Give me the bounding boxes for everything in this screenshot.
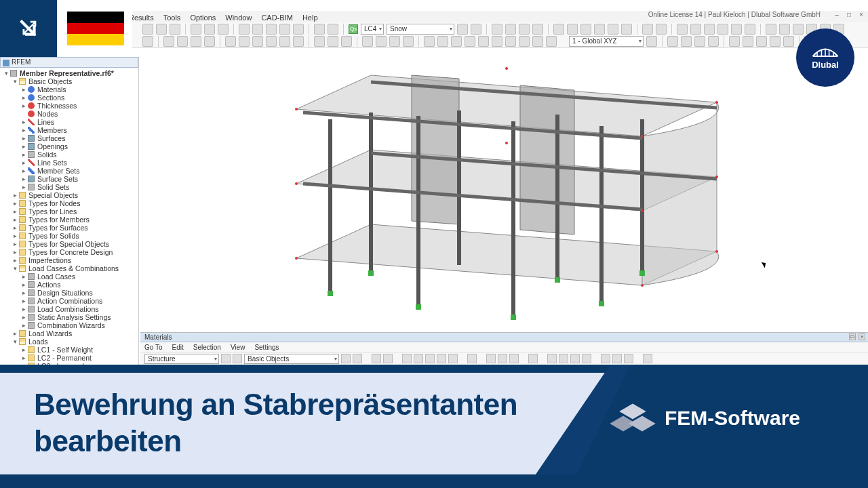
tb-btn[interactable] bbox=[766, 24, 776, 35]
tree-item[interactable]: ▸Types for Nodes bbox=[3, 199, 136, 207]
tb-btn[interactable] bbox=[239, 24, 250, 35]
tree-item[interactable]: ▸Load Combinations bbox=[3, 305, 136, 313]
loadcase-name-select[interactable]: Snow bbox=[387, 24, 454, 35]
panel-close-icon[interactable]: × bbox=[859, 333, 865, 340]
tree-item[interactable]: ▸Members bbox=[3, 126, 136, 134]
tree-item[interactable]: ▸Line Sets bbox=[3, 159, 136, 167]
tb-btn[interactable] bbox=[729, 36, 740, 47]
tree-item[interactable]: ▸Solid Sets bbox=[3, 183, 136, 191]
tb-btn[interactable] bbox=[142, 24, 153, 35]
tb-btn[interactable] bbox=[570, 354, 580, 363]
tb-btn[interactable] bbox=[314, 36, 325, 47]
tb-btn[interactable] bbox=[383, 354, 393, 363]
tb-btn[interactable] bbox=[403, 36, 414, 47]
tb-btn[interactable] bbox=[745, 24, 755, 35]
tb-btn[interactable] bbox=[793, 24, 804, 35]
tb-btn[interactable] bbox=[553, 24, 564, 35]
tb-btn[interactable] bbox=[478, 36, 489, 47]
tb-btn[interactable] bbox=[425, 354, 435, 363]
tree-item[interactable]: ▸Load Wizards bbox=[3, 329, 136, 338]
tb-btn[interactable] bbox=[756, 36, 767, 47]
tree-item[interactable]: ▸LC2 - Permanent bbox=[3, 354, 136, 362]
cat-next[interactable] bbox=[353, 354, 362, 363]
tb-btn[interactable] bbox=[204, 36, 215, 47]
tb-btn[interactable] bbox=[328, 36, 338, 47]
tree-item[interactable]: ▸Types for Concrete Design bbox=[3, 248, 136, 256]
tb-btn[interactable] bbox=[191, 24, 201, 35]
coord-system-select[interactable]: 1 - Global XYZ bbox=[569, 36, 644, 47]
panel-view[interactable]: View bbox=[231, 344, 245, 351]
tb-btn[interactable] bbox=[731, 24, 742, 35]
tb-btn[interactable] bbox=[252, 24, 263, 35]
menu-options[interactable]: Options bbox=[190, 14, 216, 22]
tb-btn[interactable] bbox=[293, 24, 304, 35]
tb-btn[interactable] bbox=[646, 36, 657, 47]
tree-item[interactable]: ▾Basic Objects bbox=[3, 77, 136, 85]
tb-btn[interactable] bbox=[437, 36, 448, 47]
tb-btn[interactable] bbox=[279, 24, 290, 35]
tb-btn[interactable] bbox=[465, 36, 475, 47]
tree-item[interactable]: ▸Types for Solids bbox=[3, 232, 136, 240]
tb-btn[interactable] bbox=[252, 36, 263, 47]
tb-btn[interactable] bbox=[389, 36, 400, 47]
tb-btn[interactable] bbox=[656, 24, 667, 35]
tb-btn[interactable] bbox=[667, 36, 678, 47]
tb-btn[interactable] bbox=[505, 24, 516, 35]
tb-btn[interactable] bbox=[486, 354, 496, 363]
tree-item[interactable]: ▸Openings bbox=[3, 142, 136, 150]
tb-btn[interactable] bbox=[532, 36, 543, 47]
tb-btn[interactable] bbox=[191, 36, 201, 47]
tb-btn[interactable] bbox=[681, 36, 692, 47]
tb-btn[interactable] bbox=[779, 24, 790, 35]
tb-btn[interactable] bbox=[314, 24, 325, 35]
tb-btn[interactable] bbox=[293, 36, 304, 47]
tb-btn[interactable] bbox=[528, 354, 538, 363]
close-button[interactable]: × bbox=[857, 11, 865, 18]
nav-next[interactable] bbox=[233, 354, 242, 363]
tb-btn[interactable] bbox=[239, 36, 250, 47]
tb-btn[interactable] bbox=[532, 24, 543, 35]
tree-item[interactable]: ▸Load Cases bbox=[3, 272, 136, 281]
tree-item[interactable]: ▸Member Sets bbox=[3, 167, 136, 175]
tree-item[interactable]: ▾Member Representative.rf6* bbox=[3, 69, 136, 77]
tb-btn[interactable] bbox=[341, 36, 352, 47]
structure-select[interactable]: Structure bbox=[144, 354, 219, 364]
tb-btn[interactable] bbox=[546, 36, 557, 47]
tree-item[interactable]: ▸Static Analysis Settings bbox=[3, 313, 136, 321]
tb-btn[interactable] bbox=[594, 24, 605, 35]
tb-btn[interactable] bbox=[505, 36, 516, 47]
tree-item[interactable]: ▸Types for Surfaces bbox=[3, 224, 136, 232]
tb-btn[interactable] bbox=[451, 36, 462, 47]
nav-prev[interactable] bbox=[221, 354, 231, 363]
tb-btn[interactable] bbox=[156, 24, 167, 35]
tb-btn[interactable] bbox=[498, 354, 507, 363]
tb-prev[interactable] bbox=[457, 24, 468, 35]
tb-btn[interactable] bbox=[362, 36, 373, 47]
tb-btn[interactable] bbox=[225, 36, 236, 47]
tb-next[interactable] bbox=[471, 24, 481, 35]
tree-item[interactable]: ▸Lines bbox=[3, 118, 136, 126]
model-3d-view[interactable] bbox=[140, 48, 868, 332]
tree-item[interactable]: Nodes bbox=[3, 110, 136, 118]
menu-tools[interactable]: Tools bbox=[163, 14, 181, 22]
menu-cadbim[interactable]: CAD-BIM bbox=[261, 14, 292, 22]
tree-item[interactable]: ▸LC1 - Self Weight bbox=[3, 346, 136, 354]
tb-btn[interactable] bbox=[783, 36, 794, 47]
tb-btn[interactable] bbox=[328, 24, 338, 35]
tree-item[interactable]: ▸Thicknesses bbox=[3, 102, 136, 110]
tb-btn[interactable] bbox=[624, 354, 633, 363]
tree-item[interactable]: ▸Types for Members bbox=[3, 216, 136, 224]
tb-btn[interactable] bbox=[218, 24, 229, 35]
tree-item[interactable]: ▸Surface Sets bbox=[3, 175, 136, 183]
tb-btn[interactable] bbox=[621, 24, 632, 35]
menu-help[interactable]: Help bbox=[302, 14, 318, 22]
tb-btn[interactable] bbox=[142, 36, 153, 47]
loadcase-number-select[interactable]: LC4 bbox=[361, 24, 384, 35]
panel-goto[interactable]: Go To bbox=[144, 344, 163, 351]
tb-btn[interactable] bbox=[677, 24, 688, 35]
tree-item[interactable]: ▸Types for Special Objects bbox=[3, 240, 136, 248]
tb-btn[interactable] bbox=[743, 36, 753, 47]
maximize-button[interactable]: □ bbox=[845, 11, 853, 18]
tb-btn[interactable] bbox=[372, 354, 381, 363]
tb-btn[interactable] bbox=[519, 36, 530, 47]
